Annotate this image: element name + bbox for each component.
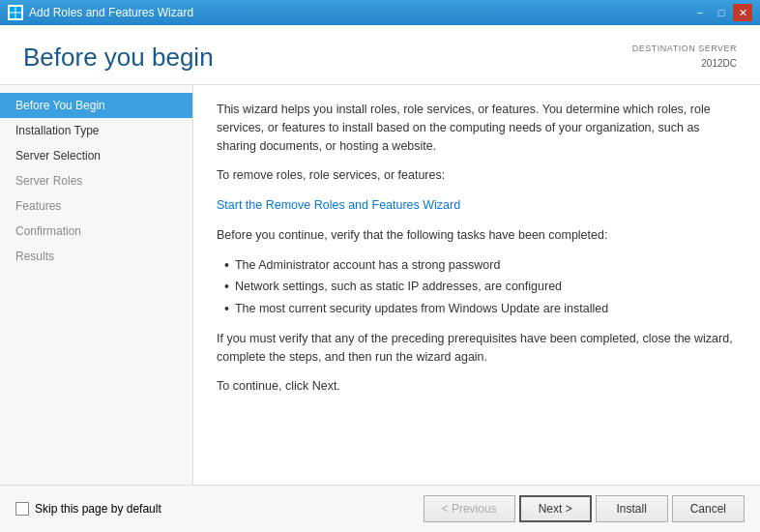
title-bar: Add Roles and Features Wizard − □ ✕ xyxy=(0,0,760,25)
destination-server-info: DESTINATION SERVER 2012DC xyxy=(632,43,737,71)
app-icon xyxy=(8,5,23,20)
footer-buttons: < Previous Next > Install Cancel xyxy=(424,495,745,522)
bullet-icon: • xyxy=(224,278,229,295)
sidebar-item-confirmation: Confirmation xyxy=(0,219,192,244)
window-body: Before you begin DESTINATION SERVER 2012… xyxy=(0,25,760,532)
main-panel: This wizard helps you install roles, rol… xyxy=(193,85,760,485)
list-item: • The Administrator account has a strong… xyxy=(224,256,737,275)
maximize-button[interactable]: □ xyxy=(712,4,731,21)
page-title: Before you begin xyxy=(23,43,214,73)
sidebar-item-installation-type[interactable]: Installation Type xyxy=(0,118,192,143)
close-button[interactable]: ✕ xyxy=(733,4,752,21)
remove-wizard-link[interactable]: Start the Remove Roles and Features Wiza… xyxy=(217,198,460,212)
destination-label: DESTINATION SERVER xyxy=(632,43,737,56)
footer-left: Skip this page by default xyxy=(15,502,161,516)
wizard-header: Before you begin DESTINATION SERVER 2012… xyxy=(0,25,760,85)
minimize-button[interactable]: − xyxy=(690,4,710,21)
verify-paragraph: If you must verify that any of the prece… xyxy=(217,330,737,367)
sidebar-item-results: Results xyxy=(0,244,192,269)
verify-intro: Before you continue, verify that the fol… xyxy=(217,226,737,245)
bullet-icon: • xyxy=(224,300,229,317)
prerequisite-list: • The Administrator account has a strong… xyxy=(224,256,737,318)
remove-intro: To remove roles, role services, or featu… xyxy=(217,166,737,185)
skip-checkbox[interactable] xyxy=(15,502,29,516)
skip-checkbox-label: Skip this page by default xyxy=(35,502,161,516)
skip-checkbox-area[interactable]: Skip this page by default xyxy=(15,502,161,516)
sidebar-item-before-you-begin[interactable]: Before You Begin xyxy=(0,93,192,118)
svg-rect-3 xyxy=(16,14,22,19)
sidebar-item-server-roles: Server Roles xyxy=(0,168,192,193)
wizard-footer: Skip this page by default < Previous Nex… xyxy=(0,485,760,532)
continue-paragraph: To continue, click Next. xyxy=(217,377,737,396)
window-controls: − □ ✕ xyxy=(690,4,752,21)
cancel-button[interactable]: Cancel xyxy=(672,495,745,522)
next-button[interactable]: Next > xyxy=(519,495,592,522)
sidebar-item-server-selection[interactable]: Server Selection xyxy=(0,143,192,168)
bullet-icon: • xyxy=(224,256,229,274)
sidebar: Before You Begin Installation Type Serve… xyxy=(0,85,193,485)
title-bar-left: Add Roles and Features Wizard xyxy=(8,5,193,20)
sidebar-item-features: Features xyxy=(0,193,192,219)
list-item: • Network settings, such as static IP ad… xyxy=(224,278,737,296)
svg-rect-2 xyxy=(10,14,15,19)
wizard-content: Before You Begin Installation Type Serve… xyxy=(0,85,760,485)
install-button[interactable]: Install xyxy=(596,495,668,522)
intro-paragraph: This wizard helps you install roles, rol… xyxy=(217,101,737,155)
destination-name: 2012DC xyxy=(632,56,737,71)
svg-rect-0 xyxy=(10,7,15,13)
svg-rect-1 xyxy=(16,7,22,13)
previous-button[interactable]: < Previous xyxy=(424,495,515,522)
window-title: Add Roles and Features Wizard xyxy=(29,6,193,19)
list-item: • The most current security updates from… xyxy=(224,300,737,318)
